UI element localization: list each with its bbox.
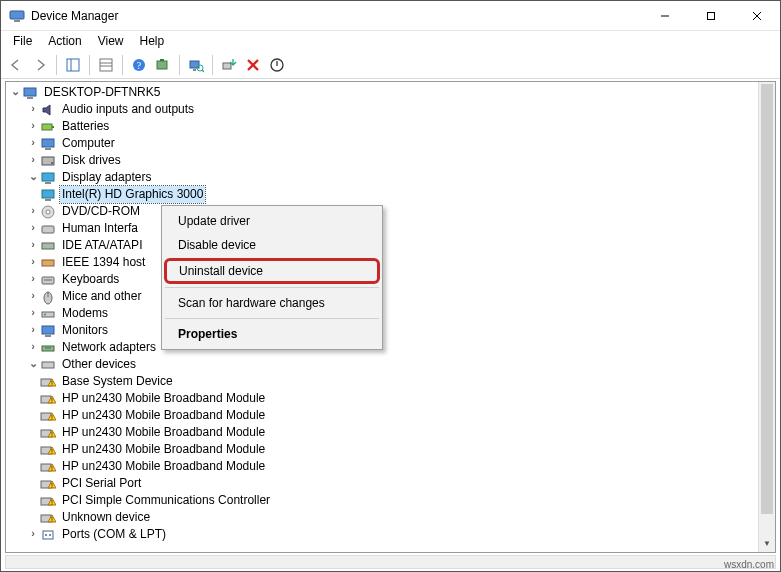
svg-rect-38 — [42, 243, 54, 249]
tree-item-other-child[interactable]: HP un2430 Mobile Broadband Module — [60, 458, 267, 475]
scan-hardware-button[interactable] — [185, 54, 207, 76]
expand-icon[interactable] — [26, 287, 40, 304]
expand-icon[interactable] — [26, 355, 40, 372]
help-button[interactable]: ? — [128, 54, 150, 76]
menu-view[interactable]: View — [90, 32, 132, 50]
minimize-button[interactable] — [642, 1, 688, 31]
scroll-down-icon[interactable]: ▼ — [759, 535, 775, 552]
ieee1394-icon — [40, 255, 56, 271]
tree-item-display-intel[interactable]: Intel(R) HD Graphics 3000 — [60, 186, 205, 203]
expand-icon[interactable] — [26, 321, 40, 338]
tree-item-other[interactable]: Other devices — [60, 356, 138, 373]
svg-rect-24 — [27, 97, 33, 99]
network-icon — [40, 340, 56, 356]
context-update-driver[interactable]: Update driver — [164, 209, 380, 233]
svg-rect-16 — [193, 69, 196, 71]
expand-icon[interactable] — [8, 83, 22, 100]
expand-icon[interactable] — [26, 151, 40, 168]
svg-line-18 — [202, 70, 204, 72]
tree-item-disk[interactable]: Disk drives — [60, 152, 123, 169]
expand-icon[interactable] — [26, 168, 40, 185]
svg-rect-25 — [42, 124, 52, 130]
menu-action[interactable]: Action — [40, 32, 89, 50]
forward-button[interactable] — [29, 54, 51, 76]
vertical-scrollbar[interactable]: ▲ ▼ — [758, 82, 775, 552]
expand-icon[interactable] — [26, 236, 40, 253]
action-icon[interactable] — [152, 54, 174, 76]
other-devices-children: !Base System Device !HP un2430 Mobile Br… — [8, 373, 758, 526]
tree-pane: DESKTOP-DFTNRK5 Audio inputs and outputs… — [5, 81, 776, 553]
tree-item-modems[interactable]: Modems — [60, 305, 110, 322]
tree-item-network[interactable]: Network adapters — [60, 339, 158, 356]
tree-item-computer[interactable]: Computer — [60, 135, 117, 152]
context-scan-hardware[interactable]: Scan for hardware changes — [164, 291, 380, 315]
disable-button[interactable] — [266, 54, 288, 76]
svg-rect-8 — [100, 59, 112, 71]
expand-icon[interactable] — [26, 117, 40, 134]
context-uninstall-device[interactable]: Uninstall device — [164, 258, 380, 284]
expand-icon[interactable] — [26, 253, 40, 270]
scroll-thumb[interactable] — [761, 84, 773, 514]
other-icon — [40, 357, 56, 373]
warning-device-icon: ! — [40, 408, 56, 424]
tree-item-other-child[interactable]: Base System Device — [60, 373, 175, 390]
tree-item-monitors[interactable]: Monitors — [60, 322, 110, 339]
tree-item-keyboards[interactable]: Keyboards — [60, 271, 121, 288]
svg-rect-34 — [45, 199, 51, 201]
tree-item-batteries[interactable]: Batteries — [60, 118, 111, 135]
tree-item-mice[interactable]: Mice and other — [60, 288, 143, 305]
tree-item-other-child[interactable]: Unknown device — [60, 509, 152, 526]
expand-icon[interactable] — [26, 525, 40, 542]
expand-icon[interactable] — [26, 100, 40, 117]
expand-icon[interactable] — [26, 202, 40, 219]
context-separator — [165, 287, 379, 288]
expand-icon[interactable] — [26, 338, 40, 355]
tree-item-other-child[interactable]: HP un2430 Mobile Broadband Module — [60, 441, 267, 458]
maximize-button[interactable] — [688, 1, 734, 31]
close-button[interactable] — [734, 1, 780, 31]
show-hide-tree-button[interactable] — [62, 54, 84, 76]
back-button[interactable] — [5, 54, 27, 76]
context-menu: Update driver Disable device Uninstall d… — [161, 205, 383, 350]
ide-icon — [40, 238, 56, 254]
battery-icon — [40, 119, 56, 135]
context-disable-device[interactable]: Disable device — [164, 233, 380, 257]
tree-item-other-child[interactable]: HP un2430 Mobile Broadband Module — [60, 390, 267, 407]
hid-icon — [40, 221, 56, 237]
menu-help[interactable]: Help — [132, 32, 173, 50]
svg-rect-37 — [42, 226, 54, 233]
toolbar-separator — [179, 55, 180, 75]
svg-point-79 — [45, 534, 47, 536]
tree-item-audio[interactable]: Audio inputs and outputs — [60, 101, 196, 118]
tree-item-other-child[interactable]: HP un2430 Mobile Broadband Module — [60, 424, 267, 441]
warning-device-icon: ! — [40, 493, 56, 509]
dvd-icon — [40, 204, 56, 220]
tree-item-ports[interactable]: Ports (COM & LPT) — [60, 526, 168, 543]
expand-icon[interactable] — [26, 134, 40, 151]
properties-button[interactable] — [95, 54, 117, 76]
tree-item-other-child[interactable]: PCI Serial Port — [60, 475, 143, 492]
tree-item-ieee1394[interactable]: IEEE 1394 host — [60, 254, 147, 271]
display-icon — [40, 170, 56, 186]
tree-item-other-child[interactable]: HP un2430 Mobile Broadband Module — [60, 407, 267, 424]
horizontal-scrollbar[interactable] — [5, 555, 776, 569]
menu-file[interactable]: File — [5, 32, 40, 50]
expand-icon[interactable] — [26, 270, 40, 287]
app-icon — [9, 8, 25, 24]
tree-item-other-child[interactable]: PCI Simple Communications Controller — [60, 492, 272, 509]
expand-icon[interactable] — [26, 304, 40, 321]
svg-rect-28 — [45, 148, 51, 150]
tree-item-display[interactable]: Display adapters — [60, 169, 153, 186]
tree-item-dvd[interactable]: DVD/CD-ROM — [60, 203, 142, 220]
tree-item-hid[interactable]: Human Interfa — [60, 220, 140, 237]
tree-item-ide[interactable]: IDE ATA/ATAPI — [60, 237, 144, 254]
uninstall-button[interactable] — [242, 54, 264, 76]
context-properties[interactable]: Properties — [164, 322, 380, 346]
window-controls — [642, 1, 780, 30]
svg-text:!: ! — [51, 396, 53, 403]
tree-root[interactable]: DESKTOP-DFTNRK5 — [42, 84, 162, 101]
menu-bar: File Action View Help — [1, 31, 780, 51]
expand-icon[interactable] — [26, 219, 40, 236]
update-driver-button[interactable] — [218, 54, 240, 76]
svg-text:!: ! — [51, 498, 53, 505]
